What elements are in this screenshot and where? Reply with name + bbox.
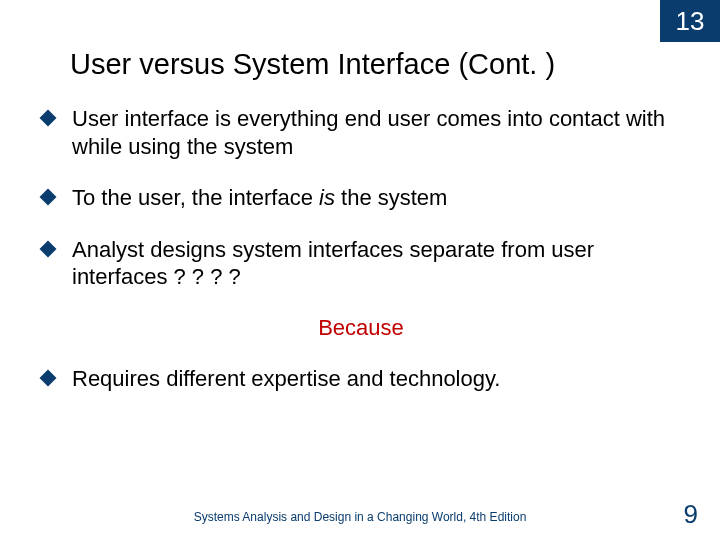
bullet-list: User interface is everything end user co…	[42, 105, 680, 416]
callout-text: Because	[42, 315, 680, 341]
page-number: 9	[684, 499, 698, 530]
bullet-text: To the user, the interface is the system	[72, 184, 447, 212]
bullet-text-emphasis: is	[319, 185, 335, 210]
bullet-item: To the user, the interface is the system	[42, 184, 680, 212]
bullet-text-pre: To the user, the interface	[72, 185, 319, 210]
chapter-badge: 13	[660, 0, 720, 42]
bullet-text: Analyst designs system interfaces separa…	[72, 236, 680, 291]
diamond-bullet-icon	[40, 110, 57, 127]
bullet-text: Requires different expertise and technol…	[72, 365, 500, 393]
slide-title: User versus System Interface (Cont. )	[70, 48, 555, 81]
bullet-item: Requires different expertise and technol…	[42, 365, 680, 393]
diamond-bullet-icon	[40, 240, 57, 257]
chapter-number: 13	[676, 6, 705, 37]
bullet-text: User interface is everything end user co…	[72, 105, 680, 160]
footer-text: Systems Analysis and Design in a Changin…	[0, 510, 720, 524]
diamond-bullet-icon	[40, 369, 57, 386]
diamond-bullet-icon	[40, 189, 57, 206]
bullet-item: User interface is everything end user co…	[42, 105, 680, 160]
bullet-text-post: the system	[335, 185, 447, 210]
bullet-item: Analyst designs system interfaces separa…	[42, 236, 680, 291]
